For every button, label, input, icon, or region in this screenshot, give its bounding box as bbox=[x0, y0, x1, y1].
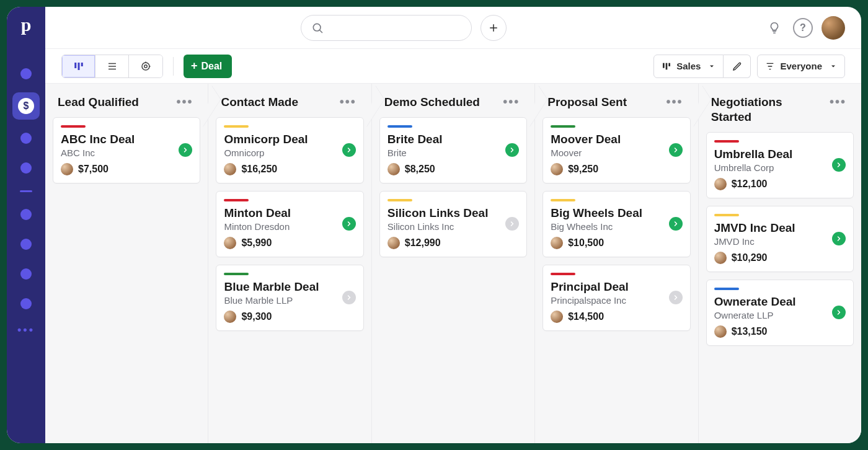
advance-button[interactable] bbox=[669, 143, 683, 157]
chevron-right-icon bbox=[345, 220, 353, 227]
sidebar-nav-2[interactable] bbox=[20, 133, 32, 144]
dollar-icon: $ bbox=[18, 98, 34, 114]
sidebar-nav-6[interactable] bbox=[20, 268, 32, 280]
toolbar: + Deal Sales Everyone bbox=[45, 49, 861, 84]
sidebar-nav-3[interactable] bbox=[20, 162, 32, 174]
deal-footer: $10,500 bbox=[551, 237, 682, 249]
advance-button[interactable] bbox=[669, 217, 683, 231]
owner-avatar bbox=[551, 163, 563, 175]
sidebar-nav-7[interactable] bbox=[20, 298, 32, 309]
status-stripe bbox=[224, 125, 249, 128]
deal-org: Moover bbox=[551, 148, 682, 158]
card-list: ABC Inc DealABC Inc$7,500 bbox=[53, 117, 200, 183]
view-kanban-button[interactable] bbox=[62, 55, 95, 77]
column-header: Negotiations Started••• bbox=[706, 92, 854, 132]
deal-title: ABC Inc Deal bbox=[61, 133, 192, 146]
deal-title: Ownerate Deal bbox=[714, 295, 846, 309]
deal-footer: $8,250 bbox=[388, 163, 519, 175]
deal-card[interactable]: Big Wheels DealBig Wheels Inc$10,500 bbox=[542, 191, 690, 257]
deal-card[interactable]: Ownerate DealOwnerate LLP$13,150 bbox=[706, 280, 854, 346]
add-deal-button[interactable]: + Deal bbox=[184, 55, 232, 78]
advance-button[interactable] bbox=[832, 158, 846, 172]
deal-title: Umbrella Deal bbox=[714, 148, 846, 161]
deal-card[interactable]: ABC Inc DealABC Inc$7,500 bbox=[53, 117, 200, 183]
deal-card[interactable]: Silicon Links DealSilicon Links Inc$12,9… bbox=[379, 191, 527, 257]
deal-card[interactable]: Minton DealMinton Dresdon$5,990 bbox=[216, 191, 363, 257]
pencil-icon bbox=[732, 61, 742, 71]
deal-card[interactable]: Umbrella DealUmbrella Corp$12,100 bbox=[706, 132, 854, 198]
advance-button[interactable] bbox=[669, 291, 683, 304]
owner-avatar bbox=[224, 163, 236, 175]
sidebar-nav-1[interactable] bbox=[20, 68, 32, 79]
tips-button[interactable] bbox=[764, 18, 784, 38]
svg-rect-4 bbox=[74, 63, 76, 68]
owner-avatar bbox=[224, 311, 236, 323]
svg-point-11 bbox=[144, 64, 148, 68]
deal-card[interactable]: Blue Marble DealBlue Marble LLP$9,300 bbox=[216, 265, 363, 331]
chevron-right-icon bbox=[345, 294, 353, 301]
advance-button[interactable] bbox=[342, 217, 356, 231]
deal-card[interactable]: Principal DealPrincipalspace Inc$14,500 bbox=[542, 265, 690, 331]
status-stripe bbox=[388, 125, 412, 128]
advance-button[interactable] bbox=[832, 232, 846, 245]
chevron-right-icon bbox=[345, 146, 353, 154]
advance-button[interactable] bbox=[505, 217, 519, 231]
advance-button[interactable] bbox=[342, 291, 356, 304]
sidebar-nav-4[interactable] bbox=[20, 209, 32, 220]
deal-amount: $12,990 bbox=[405, 237, 441, 249]
column-header: Proposal Sent••• bbox=[542, 92, 690, 117]
deal-org: Brite bbox=[388, 148, 519, 158]
column-menu-button[interactable]: ••• bbox=[337, 95, 359, 109]
add-deal-label: Deal bbox=[202, 61, 223, 72]
chevron-right-icon bbox=[835, 161, 843, 169]
deal-card[interactable]: Moover DealMoover$9,250 bbox=[542, 117, 690, 183]
help-button[interactable]: ? bbox=[793, 18, 813, 38]
deal-title: Minton Deal bbox=[224, 206, 355, 220]
logo[interactable]: p bbox=[21, 15, 32, 34]
add-button[interactable] bbox=[480, 15, 507, 41]
advance-button[interactable] bbox=[505, 143, 519, 157]
filter-icon bbox=[765, 61, 775, 71]
advance-button[interactable] bbox=[832, 306, 846, 319]
column-menu-button[interactable]: ••• bbox=[827, 95, 849, 109]
sidebar-nav-deals[interactable]: $ bbox=[12, 92, 40, 120]
view-list-button[interactable] bbox=[95, 55, 129, 77]
sidebar-more-icon[interactable]: ••• bbox=[17, 324, 35, 337]
column-title: Contact Made bbox=[221, 95, 298, 110]
filter-select[interactable]: Everyone bbox=[757, 55, 845, 78]
deal-title: Big Wheels Deal bbox=[551, 206, 682, 220]
deal-amount: $5,990 bbox=[241, 237, 272, 249]
column-menu-button[interactable]: ••• bbox=[174, 95, 195, 109]
deal-amount: $9,300 bbox=[241, 311, 272, 322]
user-avatar[interactable] bbox=[822, 16, 845, 40]
status-stripe bbox=[714, 140, 739, 143]
sidebar-nav-5[interactable] bbox=[20, 239, 32, 250]
search-icon bbox=[311, 22, 324, 34]
deal-card[interactable]: Omnicorp DealOmnicorp$16,250 bbox=[216, 117, 363, 183]
topbar: ? bbox=[45, 7, 861, 49]
deal-title: Blue Marble Deal bbox=[224, 280, 355, 294]
owner-avatar bbox=[551, 237, 563, 249]
deal-card[interactable]: JMVD Inc DealJMVD Inc$10,290 bbox=[706, 206, 854, 272]
card-list: Brite DealBrite$8,250Silicon Links DealS… bbox=[379, 117, 527, 257]
view-forecast-button[interactable] bbox=[129, 55, 162, 77]
deal-card[interactable]: Brite DealBrite$8,250 bbox=[379, 117, 527, 183]
status-stripe bbox=[388, 199, 412, 201]
status-stripe bbox=[551, 125, 575, 128]
search-input[interactable] bbox=[301, 15, 472, 41]
pipeline-select[interactable]: Sales bbox=[653, 55, 724, 78]
toolbar-separator bbox=[173, 57, 174, 76]
edit-pipeline-button[interactable] bbox=[724, 55, 751, 78]
deal-footer: $10,290 bbox=[714, 252, 846, 264]
deal-footer: $12,100 bbox=[714, 178, 846, 190]
column-menu-button[interactable]: ••• bbox=[664, 95, 686, 109]
chevron-right-icon bbox=[835, 309, 843, 316]
advance-button[interactable] bbox=[179, 143, 192, 157]
owner-avatar bbox=[714, 178, 727, 190]
pipeline-label: Sales bbox=[676, 61, 701, 71]
deal-title: JMVD Inc Deal bbox=[714, 221, 846, 235]
pipeline-board: Lead Qualified•••ABC Inc DealABC Inc$7,5… bbox=[45, 84, 861, 443]
owner-avatar bbox=[388, 163, 400, 175]
advance-button[interactable] bbox=[342, 143, 356, 157]
column-menu-button[interactable]: ••• bbox=[500, 95, 522, 109]
